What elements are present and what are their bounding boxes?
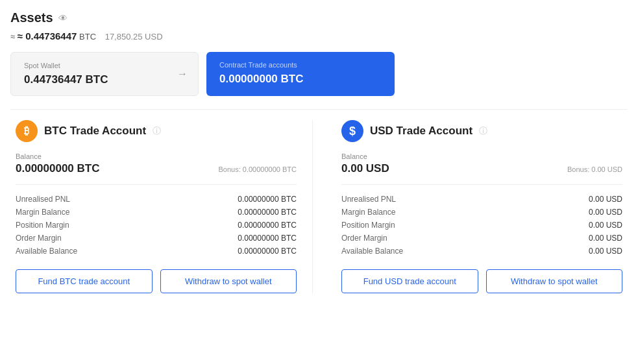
contract-wallet-label: Contract Trade accounts xyxy=(219,61,382,69)
stat-value: 0.00 USD xyxy=(589,221,622,230)
btc-balance-row: 0.00000000 BTC Bonus: 0.00000000 BTC xyxy=(16,162,297,175)
stat-label: Unrealised PNL xyxy=(16,195,70,204)
stat-row: Unrealised PNL 0.00000000 BTC xyxy=(16,193,297,206)
stat-row: Margin Balance 0.00 USD xyxy=(341,206,622,219)
btc-stats-table: Unrealised PNL 0.00000000 BTC Margin Bal… xyxy=(16,193,297,258)
stat-value: 0.00 USD xyxy=(589,234,622,243)
assets-header: Assets 👁 xyxy=(10,10,628,25)
stat-row: Order Margin 0.00 USD xyxy=(341,232,622,245)
btc-balance-amount: 0.00000000 BTC xyxy=(16,162,99,175)
stat-label: Margin Balance xyxy=(16,208,69,217)
usd-buttons-row: Fund USD trade account Withdraw to spot … xyxy=(341,269,622,293)
btc-trade-account: ₿ BTC Trade Account ⓘ Balance 0.00000000… xyxy=(10,120,313,293)
total-btc-amount: ≈ 0.44736447 xyxy=(18,30,77,42)
usd-info-icon[interactable]: ⓘ xyxy=(479,125,487,137)
page-title: Assets xyxy=(10,10,53,25)
stat-label: Available Balance xyxy=(341,247,403,256)
btc-account-header: ₿ BTC Trade Account ⓘ xyxy=(16,120,297,142)
withdraw-usd-button[interactable]: Withdraw to spot wallet xyxy=(486,269,623,293)
usd-balance-amount: 0.00 USD xyxy=(341,162,389,175)
btc-info-icon[interactable]: ⓘ xyxy=(153,125,161,137)
stat-value: 0.00000000 BTC xyxy=(238,247,297,256)
spot-wallet-card: Spot Wallet 0.44736447 BTC → xyxy=(10,52,199,96)
stat-label: Order Margin xyxy=(341,234,387,243)
btc-account-title: BTC Trade Account xyxy=(44,125,146,138)
wallets-row: Spot Wallet 0.44736447 BTC → Contract Tr… xyxy=(10,52,628,96)
stat-row: Position Margin 0.00000000 BTC xyxy=(16,219,297,232)
btc-divider xyxy=(16,184,297,185)
stat-label: Order Margin xyxy=(16,234,62,243)
total-btc-prefix: ≈ xyxy=(10,32,18,42)
spot-wallet-label: Spot Wallet xyxy=(24,62,185,69)
stat-row: Available Balance 0.00 USD xyxy=(341,245,622,258)
stat-row: Unrealised PNL 0.00 USD xyxy=(341,193,622,206)
usd-account-header: $ USD Trade Account ⓘ xyxy=(341,120,622,142)
usd-balance-label: Balance xyxy=(341,152,622,160)
trade-accounts-section: ₿ BTC Trade Account ⓘ Balance 0.00000000… xyxy=(10,109,628,293)
usd-balance-section: Balance 0.00 USD Bonus: 0.00 USD xyxy=(341,152,622,175)
stat-label: Position Margin xyxy=(16,221,69,230)
stat-row: Position Margin 0.00 USD xyxy=(341,219,622,232)
btc-icon: ₿ xyxy=(16,120,38,142)
spot-wallet-amount: 0.44736447 BTC xyxy=(24,73,185,86)
stat-value: 0.00 USD xyxy=(589,195,622,204)
stat-label: Margin Balance xyxy=(341,208,395,217)
stat-value: 0.00000000 BTC xyxy=(238,208,297,217)
usd-balance-row: 0.00 USD Bonus: 0.00 USD xyxy=(341,162,622,175)
stat-value: 0.00000000 BTC xyxy=(238,221,297,230)
stat-row: Margin Balance 0.00000000 BTC xyxy=(16,206,297,219)
fund-usd-button[interactable]: Fund USD trade account xyxy=(341,269,478,293)
stat-value: 0.00 USD xyxy=(589,208,622,217)
usd-icon: $ xyxy=(341,120,363,142)
stat-value: 0.00 USD xyxy=(589,247,622,256)
usd-divider xyxy=(341,184,622,185)
btc-balance-label: Balance xyxy=(16,152,297,160)
btc-buttons-row: Fund BTC trade account Withdraw to spot … xyxy=(16,269,297,293)
stat-label: Position Margin xyxy=(341,221,395,230)
total-value: ≈ ≈ 0.44736447 BTC 17,850.25 USD xyxy=(10,30,628,42)
usd-bonus: Bonus: 0.00 USD xyxy=(567,165,622,173)
contract-wallet-amount: 0.00000000 BTC xyxy=(219,73,382,86)
eye-icon[interactable]: 👁 xyxy=(58,13,67,23)
withdraw-btc-button[interactable]: Withdraw to spot wallet xyxy=(160,269,297,293)
stat-label: Unrealised PNL xyxy=(341,195,396,204)
btc-balance-section: Balance 0.00000000 BTC Bonus: 0.00000000… xyxy=(16,152,297,175)
stat-label: Available Balance xyxy=(16,247,77,256)
arrow-icon[interactable]: → xyxy=(177,68,188,80)
stat-row: Available Balance 0.00000000 BTC xyxy=(16,245,297,258)
stat-row: Order Margin 0.00000000 BTC xyxy=(16,232,297,245)
total-usd-amount: 17,850.25 USD xyxy=(105,32,163,42)
usd-stats-table: Unrealised PNL 0.00 USD Margin Balance 0… xyxy=(341,193,622,258)
btc-bonus: Bonus: 0.00000000 BTC xyxy=(219,165,297,173)
fund-btc-button[interactable]: Fund BTC trade account xyxy=(16,269,153,293)
contract-wallet-card: Contract Trade accounts 0.00000000 BTC xyxy=(206,52,395,96)
usd-account-title: USD Trade Account xyxy=(370,125,472,138)
total-btc-unit: BTC xyxy=(79,32,96,42)
stat-value: 0.00000000 BTC xyxy=(238,234,297,243)
usd-trade-account: $ USD Trade Account ⓘ Balance 0.00 USD B… xyxy=(326,120,628,293)
stat-value: 0.00000000 BTC xyxy=(238,195,297,204)
